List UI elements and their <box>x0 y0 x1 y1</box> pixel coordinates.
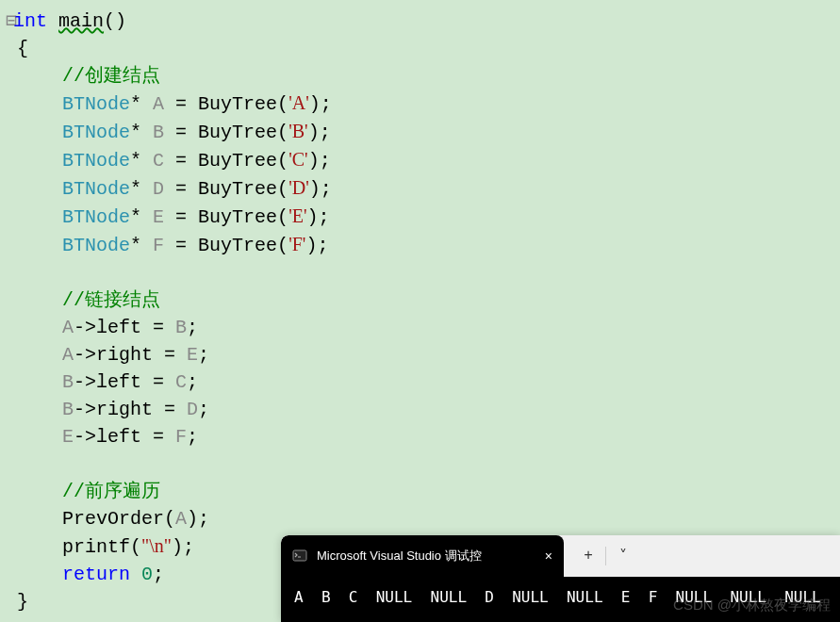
comment: //前序遍历 <box>62 481 160 502</box>
var: A <box>62 317 74 338</box>
arrow: ->right = <box>74 399 187 420</box>
keyword-int: int <box>13 10 47 32</box>
char-lit: 'A' <box>288 92 309 113</box>
fn-buytree: BuyTree <box>198 178 277 200</box>
arrow: ->right = <box>74 344 187 366</box>
semi: ; <box>187 317 198 338</box>
semi: ; <box>183 536 194 558</box>
str-lit: "\n" <box>141 535 172 556</box>
semi: ; <box>153 564 164 585</box>
num-lit: 0 <box>141 564 153 585</box>
char-lit: 'C' <box>288 149 308 170</box>
terminal-output[interactable]: A B C NULL NULL D NULL NULL E F NULL NUL… <box>281 577 840 622</box>
var: B <box>62 371 74 393</box>
var: D <box>187 399 198 420</box>
code-line: BTNode* E = BuyTree('E'); <box>0 203 840 231</box>
var: B <box>62 399 74 420</box>
var: F <box>175 426 187 448</box>
arrow: ->left = <box>74 426 175 448</box>
var: A <box>175 508 187 530</box>
arrow: ->left = <box>74 371 175 393</box>
terminal-tab-title: Microsoft Visual Studio 调试控 <box>317 548 535 565</box>
semi: ; <box>321 93 332 115</box>
code-line: ⊟int main() <box>0 8 840 35</box>
code-line: E->left = F; <box>0 423 840 450</box>
semi: ; <box>198 344 209 366</box>
type-btnode: BTNode <box>62 150 130 172</box>
new-tab-button[interactable]: + <box>571 535 605 577</box>
fn-printf: printf <box>62 536 130 558</box>
terminal-tab[interactable]: Microsoft Visual Studio 调试控 × <box>281 535 564 577</box>
type-btnode: BTNode <box>62 93 130 115</box>
arrow: ->left = <box>74 317 175 338</box>
var: E <box>62 426 74 448</box>
var: A <box>153 93 164 115</box>
star: * <box>130 235 141 256</box>
eq: = <box>164 178 198 200</box>
semi: ; <box>198 508 209 530</box>
semi: ; <box>187 371 198 393</box>
code-line: BTNode* C = BuyTree('C'); <box>0 146 840 174</box>
fold-marker[interactable]: ⊟ <box>6 8 13 35</box>
eq: = <box>164 235 198 256</box>
semi: ; <box>319 206 330 228</box>
code-line: B->left = C; <box>0 368 840 396</box>
terminal-window: Microsoft Visual Studio 调试控 × + ˅ A B C … <box>281 535 840 622</box>
terminal-controls: + ˅ <box>564 535 640 577</box>
comment: //链接结点 <box>62 289 160 311</box>
comment: //创建结点 <box>62 65 160 87</box>
var: F <box>153 235 164 256</box>
fn-buytree: BuyTree <box>198 235 277 256</box>
star: * <box>130 93 141 115</box>
eq: = <box>164 150 198 172</box>
code-line: BTNode* F = BuyTree('F'); <box>0 231 840 259</box>
char-lit: 'F' <box>288 234 305 254</box>
star: * <box>130 122 141 143</box>
code-line: //前序遍历 <box>0 478 840 505</box>
semi: ; <box>317 235 328 256</box>
eq: = <box>164 206 198 228</box>
char-lit: 'B' <box>288 121 308 141</box>
fn-buytree: BuyTree <box>198 122 277 143</box>
semi: ; <box>187 426 198 448</box>
code-line-empty <box>0 259 840 286</box>
var: D <box>153 178 164 200</box>
eq: = <box>164 93 198 115</box>
type-btnode: BTNode <box>62 206 130 228</box>
fn-buytree: BuyTree <box>198 150 277 172</box>
terminal-titlebar: Microsoft Visual Studio 调试控 × + ˅ <box>281 535 840 577</box>
code-line: { <box>0 35 840 62</box>
code-line: BTNode* A = BuyTree('A'); <box>0 90 840 118</box>
var: A <box>62 344 74 366</box>
type-btnode: BTNode <box>62 122 130 143</box>
code-line-empty <box>0 450 840 478</box>
semi: ; <box>321 178 332 200</box>
svg-rect-0 <box>293 550 306 561</box>
brace-open: { <box>17 38 28 59</box>
var: C <box>153 150 164 172</box>
type-btnode: BTNode <box>62 178 130 200</box>
brace-close: } <box>17 591 28 613</box>
code-line: //创建结点 <box>0 62 840 90</box>
fn-buytree: BuyTree <box>198 93 277 115</box>
star: * <box>130 178 141 200</box>
char-lit: 'E' <box>288 205 306 226</box>
chevron-down-icon[interactable]: ˅ <box>606 535 640 577</box>
star: * <box>130 150 141 172</box>
code-line: A->left = B; <box>0 314 840 341</box>
keyword-return: return <box>62 564 130 585</box>
semi: ; <box>320 122 331 143</box>
code-line: BTNode* D = BuyTree('D'); <box>0 174 840 203</box>
code-line: B->right = D; <box>0 396 840 423</box>
close-icon[interactable]: × <box>545 548 552 564</box>
parens: () <box>104 10 126 32</box>
star: * <box>130 206 141 228</box>
var: B <box>175 317 187 338</box>
code-line: //链接结点 <box>0 286 840 314</box>
fn-buytree: BuyTree <box>198 206 277 228</box>
var: E <box>187 344 198 366</box>
code-line: A->right = E; <box>0 341 840 368</box>
var: E <box>153 206 164 228</box>
code-editor: ⊟int main() { //创建结点 BTNode* A = BuyTree… <box>0 0 840 615</box>
type-btnode: BTNode <box>62 235 130 256</box>
